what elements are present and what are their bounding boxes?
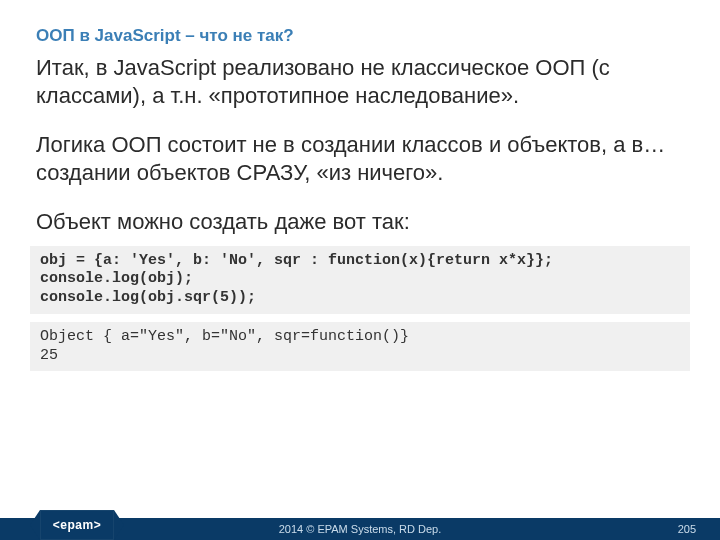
output-block: Object { a="Yes", b="No", sqr=function()… xyxy=(30,322,690,372)
slide-title: ООП в JavaScript – что не так? xyxy=(0,0,720,54)
slide: ООП в JavaScript – что не так? Итак, в J… xyxy=(0,0,720,540)
slide-body: Итак, в JavaScript реализовано не класси… xyxy=(0,54,720,236)
epam-logo-text: <epam> xyxy=(53,518,101,532)
footer-bar: <epam> 2014 © EPAM Systems, RD Dep. 205 xyxy=(0,518,720,540)
paragraph-1: Итак, в JavaScript реализовано не класси… xyxy=(36,54,684,109)
epam-logo: <epam> xyxy=(40,510,114,540)
paragraph-3: Объект можно создать даже вот так: xyxy=(36,208,684,236)
code-block: obj = {a: 'Yes', b: 'No', sqr : function… xyxy=(30,246,690,314)
page-number: 205 xyxy=(678,523,696,535)
paragraph-2: Логика ООП состоит не в создании классов… xyxy=(36,131,684,186)
copyright-text: 2014 © EPAM Systems, RD Dep. xyxy=(279,523,442,535)
